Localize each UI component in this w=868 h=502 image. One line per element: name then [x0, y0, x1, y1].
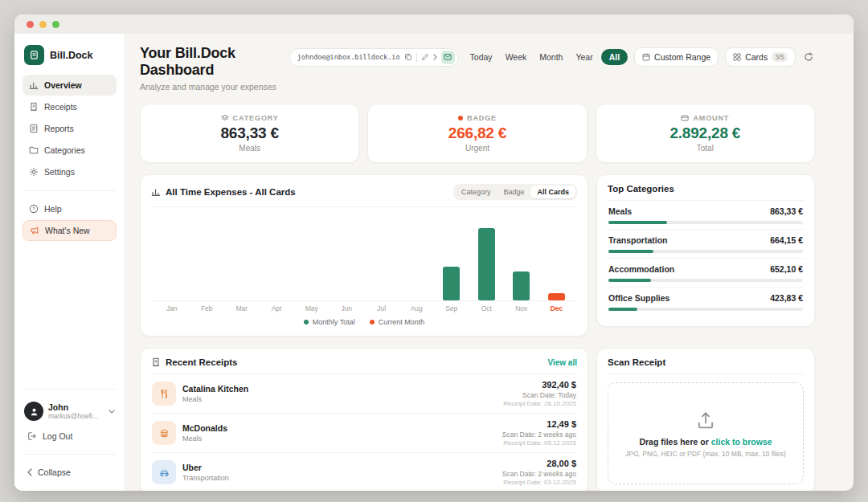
chevron-right-icon[interactable]	[433, 54, 437, 60]
chart-filter-group: Category Badge All Cards	[453, 184, 577, 200]
chart-title: All Time Expenses - All Cards	[166, 187, 296, 197]
month-label: Jan	[154, 304, 190, 312]
sidebar-item-categories[interactable]: Categories	[23, 140, 117, 161]
filter-all-cards[interactable]: All Cards	[530, 186, 575, 198]
burger-icon	[152, 421, 176, 445]
sidebar-nav: Overview Receipts Reports Categories Set…	[23, 75, 117, 183]
page-title: Your Bill.Dock Dashboard	[140, 45, 289, 79]
range-all-button[interactable]: All	[601, 49, 628, 65]
sidebar-item-label: Categories	[44, 145, 85, 155]
scan-receipt-card: Scan Receipt Drag files here or click to…	[596, 348, 815, 491]
receipt-date: Receipt Date: 03.12.2025	[502, 479, 576, 486]
sidebar-item-overview[interactable]: Overview	[23, 75, 117, 96]
sidebar-item-label: What's New	[45, 226, 90, 235]
chevron-left-icon	[27, 468, 32, 476]
page-subtitle: Analyze and manage your expenses	[140, 82, 289, 92]
scan-receipt-title: Scan Receipt	[608, 357, 665, 367]
legend-label: Monthly Total	[313, 318, 355, 326]
category-row: Accommodation652,10 €	[608, 259, 804, 288]
app-window: Bill.Dock Overview Receipts Reports Cat	[14, 14, 854, 491]
sidebar-item-label: Reports	[44, 124, 74, 133]
category-amount: 863,33 €	[770, 206, 803, 216]
range-month-button[interactable]: Month	[534, 49, 567, 65]
bar-chart-plot	[151, 207, 577, 301]
refresh-icon	[804, 52, 813, 62]
view-all-link[interactable]: View all	[547, 358, 577, 367]
logout-button[interactable]: Log Out	[23, 426, 117, 447]
chart-bar	[513, 271, 530, 300]
gear-icon	[29, 167, 39, 177]
receipt-merchant: Catalina Kitchen	[182, 384, 248, 394]
category-progress-track	[608, 308, 803, 311]
sidebar-item-help[interactable]: ? Help	[23, 198, 117, 219]
copy-icon[interactable]	[404, 53, 412, 61]
receipt-row[interactable]: Catalina Kitchen Meals 392,40 $ Scan Dat…	[151, 374, 577, 414]
stat-value: 863,33 €	[220, 124, 278, 142]
category-progress-fill	[608, 221, 667, 224]
cards-button[interactable]: Cards 3/5	[725, 47, 796, 67]
sidebar-divider	[24, 389, 115, 390]
traffic-light[interactable]	[39, 21, 47, 28]
legend-label: Current Month	[379, 318, 425, 326]
sidebar-item-whats-new[interactable]: What's New	[23, 220, 117, 241]
month-label: May	[294, 304, 330, 312]
traffic-light[interactable]	[27, 21, 34, 28]
category-progress-track	[608, 221, 803, 224]
edit-icon[interactable]	[421, 53, 429, 61]
file-formats-hint: JPG, PNG, HEIC or PDF (max. 10 MB, max. …	[625, 450, 786, 458]
range-filter-group: Today Week Month Year All	[465, 49, 628, 65]
stat-sub: Urgent	[465, 144, 489, 153]
browse-link[interactable]: click to browse	[711, 437, 772, 447]
receipt-merchant: McDonalds	[182, 423, 227, 433]
receipt-merchant: Uber	[182, 463, 229, 472]
receipt-scan-date: Scan Date: 2 weeks ago	[502, 431, 576, 439]
stat-card-amount: AMOUNT 2.892,28 € Total	[596, 104, 815, 163]
grid-icon	[733, 53, 741, 61]
filter-badge[interactable]: Badge	[497, 186, 530, 198]
range-year-button[interactable]: Year	[571, 49, 597, 65]
logout-icon	[27, 431, 37, 441]
dashboard-header: Your Bill.Dock Dashboard Analyze and man…	[140, 45, 815, 92]
sidebar-item-settings[interactable]: Settings	[23, 161, 117, 182]
category-name: Meals	[608, 206, 632, 216]
receipt-category: Meals	[182, 435, 227, 443]
car-icon	[152, 460, 176, 484]
stat-value: 266,82 €	[448, 124, 506, 142]
traffic-light[interactable]	[52, 21, 59, 28]
receipt-row[interactable]: Uber Transportation 28,00 $ Scan Date: 2…	[151, 453, 577, 491]
collapse-sidebar-button[interactable]: Collapse	[23, 462, 117, 483]
inbox-email-pill[interactable]: johndoe@inbox.billdock.io	[289, 48, 459, 67]
recent-receipts-title: Recent Receipts	[166, 357, 237, 367]
custom-range-button[interactable]: Custom Range	[634, 47, 719, 67]
category-progress-track	[608, 279, 803, 282]
sidebar-item-reports[interactable]: Reports	[23, 118, 117, 139]
receipt-scan-date: Scan Date: 2 weeks ago	[502, 470, 576, 478]
category-row: Transportation664,15 €	[608, 230, 804, 259]
user-menu[interactable]: John markus@hoefi...	[23, 397, 117, 426]
category-progress-fill	[608, 308, 637, 311]
folder-icon	[29, 145, 39, 155]
help-icon: ?	[29, 204, 39, 214]
mail-button[interactable]	[441, 51, 455, 64]
megaphone-icon	[30, 226, 39, 235]
receipt-amount: 392,40 $	[503, 380, 576, 390]
user-name: John	[48, 402, 104, 412]
stat-sub: Meals	[239, 144, 260, 153]
stat-label: BADGE	[467, 114, 497, 122]
sidebar-item-label: Settings	[44, 167, 75, 177]
range-today-button[interactable]: Today	[465, 49, 497, 65]
category-row: Office Supplies423,83 €	[608, 288, 804, 316]
overview-icon	[29, 80, 39, 90]
filter-category[interactable]: Category	[455, 186, 497, 198]
report-icon	[29, 124, 39, 133]
sidebar-item-receipts[interactable]: Receipts	[23, 96, 117, 117]
category-name: Office Supplies	[608, 293, 669, 303]
refresh-button[interactable]	[802, 51, 815, 63]
file-dropzone[interactable]: Drag files here or click to browse JPG, …	[608, 382, 804, 484]
calendar-icon	[642, 53, 650, 61]
receipt-row[interactable]: McDonalds Meals 12,49 $ Scan Date: 2 wee…	[151, 414, 577, 453]
range-week-button[interactable]: Week	[501, 49, 532, 65]
cards-label: Cards	[745, 52, 768, 62]
inbox-email: johndoe@inbox.billdock.io	[297, 53, 400, 61]
layers-icon	[221, 114, 229, 122]
